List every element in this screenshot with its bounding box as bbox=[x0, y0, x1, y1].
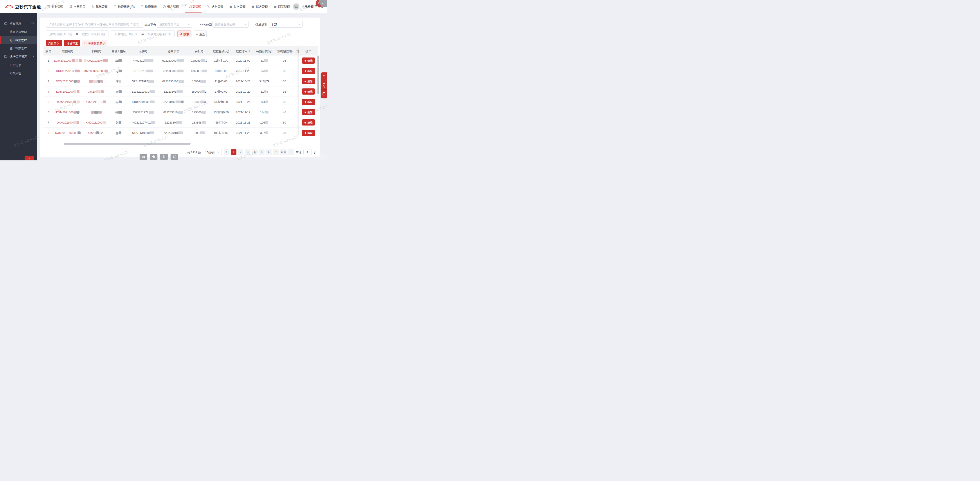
page-button[interactable]: 423 bbox=[280, 149, 287, 155]
cell-archive[interactable]: DXM2021000 bbox=[53, 97, 83, 107]
redacted-text bbox=[95, 132, 99, 134]
cell-order[interactable]: XM20020 bbox=[83, 128, 109, 138]
edit-button[interactable]: 编辑 bbox=[302, 68, 315, 74]
cell-order[interactable]: XM20 bbox=[83, 86, 109, 97]
order-type-select[interactable]: 全部 bbox=[269, 21, 302, 28]
sidebar-item[interactable]: 订单档案管理 bbox=[0, 36, 37, 44]
operation-column: 操作编辑编辑编辑编辑编辑编辑编辑编辑 bbox=[299, 46, 318, 138]
top-nav-item[interactable]: 催收管理 bbox=[248, 0, 271, 13]
cell-order[interactable]: XM20211000 bbox=[83, 117, 109, 127]
top-nav-item[interactable]: 融资租赁 bbox=[138, 0, 160, 13]
top-nav-item[interactable]: 融资租赁(旧) bbox=[110, 0, 138, 13]
top-nav-item[interactable]: 基础管理 bbox=[88, 0, 110, 13]
cell-order[interactable] bbox=[83, 76, 109, 86]
top-nav-item[interactable]: 资产管理 bbox=[160, 0, 182, 13]
top-nav-item[interactable]: 业务管理 bbox=[44, 0, 66, 13]
pager-ellipsis[interactable]: ••• bbox=[273, 149, 278, 155]
page-button[interactable]: 3 bbox=[245, 149, 250, 155]
sidebar-item[interactable]: 档案交接管理 bbox=[0, 28, 37, 36]
top-nav-item[interactable]: 档案管理 bbox=[182, 0, 204, 13]
brand: 豆秒汽车金融 bbox=[0, 4, 41, 10]
cell-archive[interactable]: DXM2021000 bbox=[53, 107, 83, 117]
edit-button[interactable]: 编辑 bbox=[302, 89, 315, 95]
redacted-text bbox=[89, 80, 93, 83]
top-nav-item[interactable]: 面签管理 bbox=[271, 0, 293, 13]
cell-archive[interactable]: DXM2021000 bbox=[53, 86, 83, 97]
zoom-reset-button[interactable]: 1:1 bbox=[140, 154, 147, 160]
cell-monthly: 327 bbox=[254, 128, 274, 138]
page-button[interactable]: 4 bbox=[252, 149, 258, 155]
loan-platform-select[interactable]: 请选择放款平台 bbox=[157, 21, 192, 28]
company-select[interactable]: 请选择业务公司 bbox=[213, 21, 248, 28]
page-button[interactable]: 5 bbox=[259, 149, 264, 155]
cell-order[interactable]: XM2000207000 bbox=[83, 66, 109, 76]
redacted-text bbox=[118, 111, 122, 114]
coins-icon bbox=[113, 5, 116, 8]
cell-periods: 60 bbox=[274, 117, 294, 127]
batch-export-button[interactable]: 批量导出 bbox=[64, 40, 80, 46]
page-button[interactable]: 1 bbox=[231, 149, 236, 155]
send-icon bbox=[304, 121, 307, 124]
loan-date-range[interactable]: 放款日期开始日期 至 放款日期结束日期 bbox=[46, 30, 108, 37]
sidebar-item[interactable]: 客户档案管理 bbox=[0, 44, 37, 52]
edit-button[interactable]: 编辑 bbox=[302, 57, 315, 63]
cell-order[interactable] bbox=[83, 107, 109, 117]
next-page-button[interactable] bbox=[288, 149, 294, 155]
cell-order[interactable]: XM2010207 bbox=[83, 56, 109, 66]
cell-name: 郭 bbox=[109, 128, 128, 138]
sort-icon[interactable] bbox=[248, 49, 250, 52]
redacted-text bbox=[105, 70, 108, 72]
horizontal-scrollbar[interactable] bbox=[64, 143, 191, 144]
redacted-text bbox=[76, 59, 78, 62]
cell-archive[interactable]: DXM2021000 bbox=[53, 76, 83, 86]
top-nav-item[interactable]: 产品配置 bbox=[66, 0, 88, 13]
zoom-in-button[interactable] bbox=[150, 154, 158, 160]
edit-button[interactable]: 编辑 bbox=[302, 78, 315, 84]
cell-archive[interactable]: DXM202100 bbox=[53, 117, 83, 127]
edit-button[interactable]: 编辑 bbox=[302, 119, 315, 125]
sidebar-item[interactable]: 纸档库管 bbox=[0, 69, 37, 77]
sidebar-group-header[interactable]: 档案管理 bbox=[0, 19, 37, 28]
cell-archive[interactable]: DXM2021000000 bbox=[53, 128, 83, 138]
sidebar-item[interactable]: 借阅记录 bbox=[0, 61, 37, 69]
vertical-scrollbar[interactable] bbox=[317, 56, 319, 94]
page-button[interactable]: 2 bbox=[238, 149, 243, 155]
search-button[interactable]: 搜索 bbox=[177, 30, 191, 37]
edit-button[interactable]: 编辑 bbox=[302, 99, 315, 105]
call-log-button[interactable] bbox=[321, 89, 327, 98]
edit-button[interactable]: 编辑 bbox=[302, 130, 315, 136]
loan-platform-label: 放款平台 bbox=[144, 22, 156, 27]
fit-screen-button[interactable] bbox=[170, 154, 178, 160]
top-nav-item[interactable]: 话务管理 bbox=[204, 0, 226, 13]
cell-order[interactable]: XM20211010 bbox=[83, 97, 109, 107]
car-loan-sync-button[interactable]: 车贷信息同步 bbox=[83, 40, 107, 46]
cell-amount: 13530.00 bbox=[210, 107, 232, 117]
edit-button-label: 编辑 bbox=[307, 69, 313, 73]
page-size-select[interactable]: 15条/页 bbox=[203, 149, 222, 155]
cell-archive[interactable]: DXM2021000 bbox=[53, 56, 83, 66]
cell-archive[interactable]: DKH20220112 bbox=[53, 66, 83, 76]
avatar[interactable] bbox=[293, 3, 299, 10]
caret-up-icon bbox=[248, 49, 250, 51]
coins-icon bbox=[140, 5, 144, 8]
receive-date-range[interactable]: 接收时间开始日期 至 接收时间结束日期 bbox=[111, 30, 175, 37]
redacted-text bbox=[150, 100, 154, 103]
prev-page-button[interactable] bbox=[224, 149, 229, 155]
page: 豆秒汽车金融 业务管理产品配置基础管理融资租赁(旧)融资租赁资产管理档案管理话务… bbox=[0, 0, 327, 160]
goto-page-input[interactable] bbox=[303, 149, 312, 155]
sidebar-collapse-button[interactable]: « bbox=[25, 156, 34, 160]
customer-service-button[interactable] bbox=[321, 72, 327, 81]
redacted-text bbox=[217, 59, 218, 62]
edit-button[interactable]: 编辑 bbox=[302, 109, 315, 115]
sidebar-group-header[interactable]: 纸档借还管理 bbox=[0, 52, 37, 61]
column-header: 证件号 bbox=[128, 46, 159, 56]
page-button[interactable]: 6 bbox=[266, 149, 272, 155]
top-nav-item[interactable]: 财务管理 bbox=[226, 0, 248, 13]
reset-button[interactable]: 重置 bbox=[194, 30, 207, 37]
zoom-out-button[interactable] bbox=[160, 154, 168, 160]
redacted-text bbox=[77, 90, 80, 93]
edit-button-label: 编辑 bbox=[307, 131, 313, 135]
monthly-import-button[interactable]: 月供导入 bbox=[46, 40, 62, 46]
agent-status-toggle[interactable]: 示闲 bbox=[321, 81, 327, 89]
keyword-search-input[interactable] bbox=[46, 21, 143, 28]
